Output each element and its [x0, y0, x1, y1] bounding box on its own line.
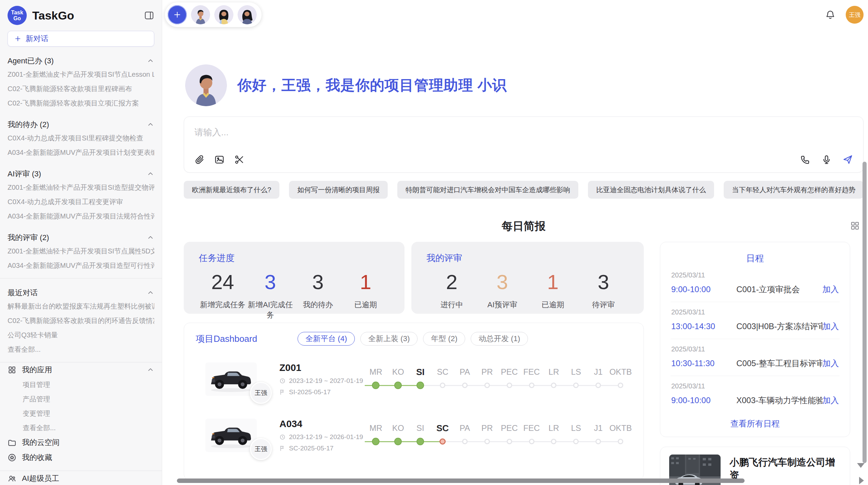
- sidebar-item-star[interactable]: 我的收藏: [8, 450, 154, 465]
- suggestion-chip[interactable]: 欧洲新规最近颁布了什么?: [184, 181, 279, 199]
- join-link[interactable]: 加入: [822, 321, 839, 332]
- vertical-scrollbar[interactable]: [863, 162, 867, 463]
- schedule-name: C005-整车工程目标评审: [729, 358, 822, 369]
- milestone-dot[interactable]: [618, 439, 623, 444]
- horizontal-scrollbar[interactable]: [177, 478, 745, 483]
- milestone-dot[interactable]: [462, 383, 468, 388]
- dashboard-tab[interactable]: 动总开发 (1): [471, 332, 528, 346]
- sidebar-collapse-icon[interactable]: [144, 10, 154, 21]
- chevron-up-icon[interactable]: [147, 121, 154, 128]
- chevron-up-icon[interactable]: [147, 234, 154, 241]
- chevron-up-icon[interactable]: [147, 366, 154, 374]
- sidebar-tool-people[interactable]: AI超级员工: [8, 471, 154, 485]
- stat-label: 我的待办: [294, 300, 342, 310]
- scroll-right-arrow[interactable]: [859, 477, 864, 484]
- join-link[interactable]: 加入: [822, 358, 839, 369]
- milestone-dot[interactable]: [595, 383, 601, 388]
- milestone-dot[interactable]: [372, 438, 379, 445]
- milestone-dot[interactable]: [595, 439, 601, 444]
- sidebar-item-my-apps[interactable]: 我的应用: [8, 362, 154, 377]
- sidebar-app-subitem[interactable]: 项目管理: [8, 377, 154, 392]
- sidebar-task-item[interactable]: C02-飞腾新能源轻客改款项目里程碑画布: [8, 82, 154, 96]
- sidebar-section-header[interactable]: AI评审 (3): [8, 168, 154, 180]
- milestone-dot[interactable]: [439, 438, 446, 445]
- milestone-dot[interactable]: [394, 438, 402, 445]
- microphone-icon[interactable]: [821, 154, 832, 165]
- dashboard-tab[interactable]: 年型 (2): [423, 332, 465, 346]
- session-avatar-2[interactable]: [214, 5, 233, 24]
- milestone-dot-zone: [543, 378, 565, 393]
- milestone-dot-zone: [565, 434, 587, 449]
- milestone-label: PEC: [498, 366, 520, 378]
- user-avatar[interactable]: 王强: [846, 6, 864, 24]
- sidebar-section-header[interactable]: Agent已办 (3): [8, 55, 154, 67]
- milestone-dot[interactable]: [573, 439, 579, 444]
- layout-grid-icon[interactable]: [850, 221, 860, 231]
- screenshot-scissors-icon[interactable]: [234, 154, 244, 165]
- sidebar-task-item[interactable]: Z001-全新燃油轻卡产品开发项目SI节点属性5D文件评审: [8, 244, 154, 258]
- milestone-dot[interactable]: [529, 383, 534, 388]
- sidebar-task-item[interactable]: A034-全新新能源MUV产品开发项目法规符合性评审: [8, 209, 154, 223]
- view-all-schedule-link[interactable]: 查看所有日程: [671, 413, 840, 433]
- sidebar-recent-item[interactable]: 公司Q3轻卡销量: [8, 328, 154, 342]
- suggestion-chip[interactable]: 特朗普可能对进口汽车增税会对中国车企造成哪些影响: [397, 181, 578, 199]
- milestone-dot[interactable]: [618, 383, 623, 388]
- sidebar-section-header[interactable]: 最近对话: [8, 287, 154, 299]
- add-session-button[interactable]: [168, 5, 187, 24]
- sidebar-task-item[interactable]: A034-全新新能源MUV产品开发项目造型可行性评审: [8, 258, 154, 273]
- milestone-dot[interactable]: [372, 382, 379, 389]
- milestone-column: PEC: [498, 366, 520, 393]
- chevron-up-icon[interactable]: [147, 57, 154, 65]
- voice-call-icon[interactable]: [800, 154, 810, 165]
- sidebar-section-header[interactable]: 我的待办 (2): [8, 119, 154, 131]
- chat-input-card[interactable]: 请输入...: [184, 116, 864, 173]
- milestone-dot[interactable]: [440, 383, 445, 388]
- chevron-up-icon[interactable]: [147, 170, 154, 178]
- sidebar-app-subitem[interactable]: 查看全部...: [8, 421, 154, 435]
- sidebar-task-item[interactable]: Z001-全新燃油皮卡产品开发项目SI节点Lesson Learn报告: [8, 67, 154, 82]
- sidebar-task-item[interactable]: A034-全新新能源MUV产品开发项目计划变更表编写: [8, 145, 154, 160]
- sidebar-task-item[interactable]: C0X4-动力总成开发项目工程变更评审: [8, 195, 154, 209]
- milestone-dot[interactable]: [484, 439, 490, 444]
- milestone-dot[interactable]: [484, 383, 490, 388]
- sidebar-app-subitem[interactable]: 变更管理: [8, 406, 154, 421]
- milestone-dot[interactable]: [529, 439, 534, 444]
- session-avatar-3[interactable]: [238, 5, 257, 24]
- sidebar-task-item[interactable]: C02-飞腾新能源轻客改款项目立项汇报方案: [8, 96, 154, 110]
- sidebar-recent-item[interactable]: 查看全部...: [8, 342, 154, 357]
- sidebar-task-item[interactable]: C0X4-动力总成开发项目SI里程碑提交物检查: [8, 131, 154, 145]
- milestone-label: PR: [476, 422, 498, 434]
- join-link[interactable]: 加入: [822, 284, 839, 295]
- suggestion-chip[interactable]: 当下年轻人对汽车外观有怎样的喜好趋势: [724, 181, 864, 199]
- sidebar-item-folder[interactable]: 我的云空间: [8, 435, 154, 450]
- attachment-icon[interactable]: [194, 154, 205, 165]
- milestone-dot[interactable]: [573, 383, 579, 388]
- sidebar-section-header[interactable]: 我的评审 (2): [8, 232, 154, 244]
- sidebar-recent-item[interactable]: 解释最新出台的欧盟报废车法规再生塑料比例被调至15%...: [8, 299, 154, 313]
- milestone-dot[interactable]: [462, 439, 468, 444]
- milestone-label: KO: [387, 422, 409, 434]
- milestone-dot[interactable]: [507, 439, 512, 444]
- notification-bell-icon[interactable]: [825, 10, 835, 20]
- sidebar-recent-item[interactable]: C02-飞腾新能源轻客改款项目的闭环通告反馈情况: [8, 313, 154, 328]
- suggestion-chip[interactable]: 比亚迪全固态电池计划具体说了什么: [588, 181, 714, 199]
- milestone-dot[interactable]: [394, 382, 402, 389]
- session-avatar-1[interactable]: [191, 5, 210, 24]
- dashboard-tab[interactable]: 全新平台 (4): [298, 332, 355, 346]
- milestone-dot[interactable]: [417, 382, 424, 389]
- send-icon[interactable]: [843, 154, 853, 165]
- dashboard-tab[interactable]: 全新上装 (3): [360, 332, 418, 346]
- chevron-up-icon[interactable]: [147, 289, 154, 297]
- suggestion-chip[interactable]: 如何写一份清晰的项目周报: [289, 181, 388, 199]
- schedule-name: X003-车辆动力学性能验...: [729, 395, 822, 406]
- new-chat-button[interactable]: 新对话: [8, 31, 154, 47]
- milestone-dot[interactable]: [551, 439, 556, 444]
- milestone-dot[interactable]: [417, 438, 424, 445]
- join-link[interactable]: 加入: [822, 395, 839, 406]
- sidebar-task-item[interactable]: Z001-全新燃油轻卡产品开发项目SI造型提交物评审: [8, 180, 154, 195]
- sidebar-app-subitem[interactable]: 产品管理: [8, 392, 154, 406]
- milestone-dot[interactable]: [551, 383, 556, 388]
- scroll-down-arrow[interactable]: [857, 463, 865, 468]
- insert-image-icon[interactable]: [214, 154, 225, 165]
- milestone-dot[interactable]: [507, 383, 512, 388]
